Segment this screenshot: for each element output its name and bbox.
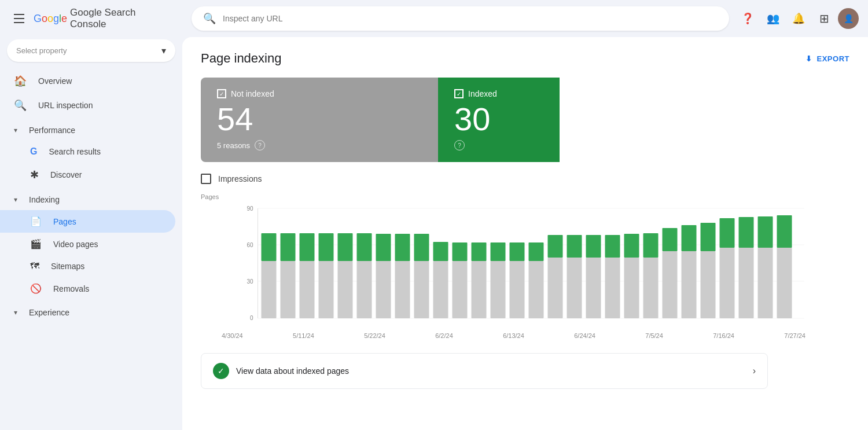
- export-button[interactable]: ⬇ EXPORT: [806, 54, 849, 63]
- sidebar-item-search-results[interactable]: G Search results: [0, 141, 175, 163]
- sidebar-item-label: Video pages: [53, 240, 98, 249]
- indexed-help-icon[interactable]: ?: [454, 140, 465, 150]
- sidebar-item-discover[interactable]: ✱ Discover: [0, 163, 175, 187]
- search-bar[interactable]: 🔍: [192, 6, 729, 31]
- svg-rect-20: [357, 233, 372, 261]
- svg-rect-42: [567, 235, 582, 258]
- svg-rect-16: [319, 233, 334, 261]
- sidebar: Select property ▾ 🏠 Overview 🔍 URL inspe…: [0, 37, 182, 430]
- video-pages-icon: 🎬: [30, 238, 42, 249]
- page-header: Page indexing ⬇ EXPORT: [201, 51, 849, 66]
- svg-rect-50: [643, 233, 659, 258]
- svg-rect-60: [739, 217, 754, 248]
- indexed-card[interactable]: ✓ Indexed 30 ?: [438, 78, 560, 162]
- not-indexed-sub: 5 reasons: [217, 141, 250, 150]
- home-icon: 🏠: [14, 75, 27, 87]
- svg-rect-55: [701, 251, 716, 318]
- sidebar-item-video-pages[interactable]: 🎬 Video pages: [0, 233, 175, 255]
- svg-rect-28: [433, 242, 448, 261]
- apps-button[interactable]: ⊞: [812, 7, 836, 30]
- chevron-right-icon: ›: [753, 366, 756, 376]
- svg-text:60: 60: [247, 242, 253, 248]
- svg-rect-26: [414, 234, 429, 261]
- svg-rect-52: [663, 228, 678, 251]
- sidebar-item-sitemaps[interactable]: 🗺 Sitemaps: [0, 255, 175, 277]
- chevron-down-icon: ▾: [14, 196, 17, 204]
- section-label: Experience: [29, 308, 69, 317]
- property-dropdown-icon: ▾: [161, 45, 166, 56]
- svg-rect-35: [510, 261, 525, 318]
- x-label: 6/13/24: [503, 332, 524, 339]
- section-experience[interactable]: ▾ Experience: [0, 302, 182, 323]
- chart-x-labels: 4/30/24 5/11/24 5/22/24 6/2/24 6/13/24 6…: [201, 330, 840, 339]
- removals-icon: 🚫: [30, 283, 42, 294]
- impressions-row[interactable]: Impressions: [201, 174, 849, 184]
- avatar[interactable]: 👤: [838, 8, 859, 29]
- search-input[interactable]: [223, 14, 718, 23]
- sidebar-item-overview[interactable]: 🏠 Overview: [0, 69, 175, 93]
- app-title: Google Search Console: [70, 7, 173, 30]
- svg-rect-64: [777, 215, 792, 248]
- svg-text:0: 0: [250, 315, 253, 321]
- main-content: Page indexing ⬇ EXPORT ✓ Not indexed 54 …: [182, 37, 868, 430]
- svg-rect-15: [319, 261, 334, 318]
- svg-rect-11: [281, 261, 296, 318]
- svg-rect-47: [624, 258, 639, 318]
- sidebar-item-pages[interactable]: 📄 Pages: [0, 210, 175, 233]
- svg-rect-24: [395, 234, 410, 261]
- svg-rect-45: [605, 258, 620, 318]
- svg-rect-49: [643, 258, 659, 318]
- sidebar-item-removals[interactable]: 🚫 Removals: [0, 277, 175, 300]
- svg-rect-44: [586, 235, 601, 258]
- svg-rect-29: [453, 261, 468, 318]
- svg-rect-10: [262, 233, 277, 261]
- svg-rect-14: [300, 233, 315, 261]
- sidebar-item-label: Removals: [53, 284, 89, 293]
- x-label: 5/22/24: [364, 332, 385, 339]
- accounts-button[interactable]: 👥: [762, 7, 785, 30]
- sitemaps-icon: 🗺: [30, 261, 39, 271]
- chart-y-label: Pages: [201, 193, 840, 200]
- help-button[interactable]: ❓: [736, 7, 759, 30]
- search-icon: 🔍: [203, 12, 216, 25]
- sidebar-item-url-inspection[interactable]: 🔍 URL inspection: [0, 93, 175, 117]
- google-g-icon: G: [30, 146, 37, 157]
- svg-rect-27: [433, 261, 448, 318]
- not-indexed-card[interactable]: ✓ Not indexed 54 5 reasons ?: [201, 78, 438, 162]
- sidebar-item-label: Pages: [53, 217, 76, 226]
- sidebar-item-label: URL inspection: [38, 101, 93, 110]
- not-indexed-help-icon[interactable]: ?: [255, 140, 265, 150]
- svg-rect-13: [300, 261, 315, 318]
- section-performance[interactable]: ▾ Performance: [0, 120, 182, 141]
- svg-rect-63: [777, 248, 792, 318]
- green-check-icon: ✓: [213, 363, 229, 379]
- x-label: 6/24/24: [574, 332, 595, 339]
- property-selector[interactable]: Select property ▾: [7, 39, 175, 62]
- svg-rect-58: [720, 218, 735, 248]
- svg-rect-48: [624, 234, 639, 258]
- svg-rect-46: [605, 235, 620, 258]
- svg-rect-38: [529, 242, 544, 261]
- svg-rect-41: [567, 258, 582, 318]
- svg-rect-33: [491, 261, 506, 318]
- svg-rect-9: [262, 261, 277, 318]
- asterisk-icon: ✱: [30, 168, 39, 181]
- not-indexed-label: Not indexed: [231, 89, 274, 98]
- indexed-checkbox: ✓: [454, 89, 464, 98]
- svg-rect-62: [758, 216, 773, 248]
- x-label: 6/2/24: [435, 332, 453, 339]
- svg-rect-12: [281, 233, 296, 261]
- hamburger-menu[interactable]: [9, 9, 29, 28]
- svg-rect-59: [739, 248, 754, 318]
- notifications-button[interactable]: 🔔: [787, 7, 810, 30]
- section-indexing[interactable]: ▾ Indexing: [0, 189, 182, 210]
- x-label: 7/16/24: [713, 332, 734, 339]
- impressions-checkbox[interactable]: [201, 174, 211, 184]
- svg-text:90: 90: [247, 205, 253, 212]
- svg-rect-19: [357, 261, 372, 318]
- svg-rect-57: [720, 248, 735, 318]
- view-data-link[interactable]: ✓ View data about indexed pages ›: [201, 353, 768, 389]
- chevron-down-icon: ▾: [14, 308, 17, 317]
- svg-rect-40: [548, 235, 563, 258]
- svg-rect-30: [453, 242, 468, 261]
